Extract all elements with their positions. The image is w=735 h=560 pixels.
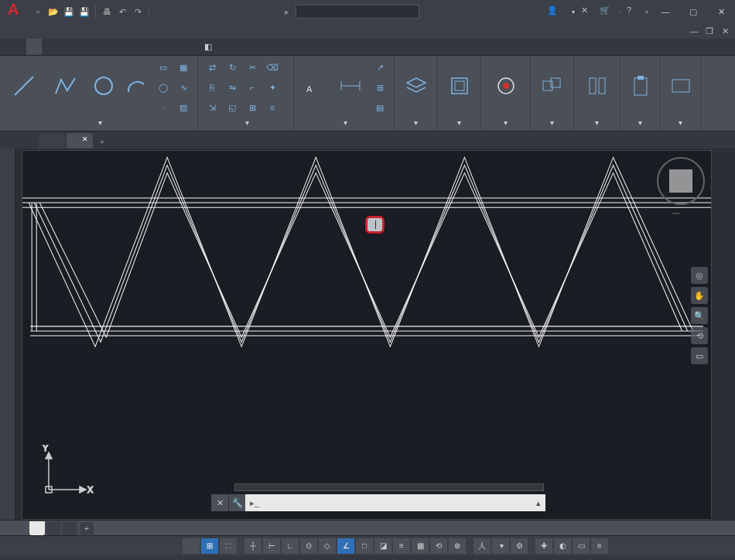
point-icon[interactable]: · (154, 98, 173, 117)
doc-minimize-icon[interactable]: — (687, 26, 701, 36)
search-input[interactable] (296, 5, 419, 19)
utilities-button[interactable] (579, 58, 615, 115)
tab-extra-icon[interactable] (181, 39, 197, 55)
plot-icon[interactable]: 🖶 (100, 5, 114, 19)
polar-icon[interactable]: ⊙ (300, 538, 317, 554)
menu-window[interactable] (166, 29, 176, 32)
polyline-button[interactable] (46, 58, 85, 115)
app-logo-icon[interactable] (5, 1, 26, 22)
scale-button[interactable]: ▾ (492, 538, 509, 554)
hatch-icon[interactable]: ▦ (174, 58, 193, 77)
dimension-button[interactable] (333, 58, 368, 115)
erase-icon[interactable]: ⌫ (263, 58, 282, 77)
mirror-icon[interactable]: ⇋ (223, 78, 241, 97)
wcs-badge[interactable] (672, 213, 680, 214)
steering-wheel-icon[interactable]: ◎ (691, 267, 708, 284)
panel-modify-title[interactable]: ▾ (203, 117, 289, 128)
tab-model[interactable] (29, 521, 45, 535)
block-button[interactable] (443, 58, 476, 115)
maximize-button[interactable]: ▢ (679, 0, 707, 23)
arc-button[interactable] (121, 58, 151, 115)
ws-switch-icon[interactable]: ⚙ (511, 538, 528, 554)
orbit-icon[interactable]: ⟲ (691, 327, 708, 344)
properties-button[interactable] (486, 58, 525, 115)
menu-draw[interactable] (110, 29, 121, 32)
viewcube[interactable] (657, 157, 705, 205)
tab-addins[interactable] (135, 39, 150, 55)
text-button[interactable]: A (299, 58, 330, 115)
explode-icon[interactable]: ✦ (263, 78, 282, 97)
status-model-button[interactable] (183, 538, 200, 554)
menu-view[interactable] (54, 29, 65, 32)
tab-close-icon[interactable]: ✕ (82, 135, 88, 143)
dyn-input-icon[interactable]: ⊢ (263, 538, 280, 554)
fillet-icon[interactable]: ⌐ (243, 78, 262, 97)
layout-add-button[interactable]: + (80, 522, 94, 534)
drawing-canvas[interactable]: ◎ ✋ 🔍 ⟲ ▭ YX ✕ 🔧 ▸_ ▴ (22, 150, 712, 520)
menu-insert[interactable] (68, 29, 79, 32)
tab-view[interactable] (88, 39, 104, 55)
mtext-icon[interactable]: ▤ (371, 98, 389, 117)
iso-icon[interactable]: ◇ (319, 538, 336, 554)
tab-annotate[interactable] (57, 39, 73, 55)
3dosnap-icon[interactable]: ◪ (374, 538, 391, 554)
tab-home[interactable] (26, 39, 42, 55)
otrack-icon[interactable]: □ (356, 538, 373, 554)
pan-icon[interactable]: ✋ (691, 287, 708, 304)
panel-draw-title[interactable]: ▾ (5, 117, 193, 128)
cmdline-config-icon[interactable]: 🔧 (228, 494, 245, 511)
ucs-icon[interactable]: YX (39, 445, 94, 499)
menu-edit[interactable] (40, 29, 51, 32)
tab-output[interactable] (119, 39, 135, 55)
menu-spds[interactable] (193, 29, 204, 32)
circle-button[interactable] (89, 58, 118, 115)
annomonitor-icon[interactable]: ⊕ (449, 538, 466, 554)
copy-icon[interactable]: ⎘ (203, 78, 221, 97)
doc-close-icon[interactable]: ✕ (718, 26, 732, 36)
layers-button[interactable] (399, 58, 432, 115)
rect-icon[interactable]: ▭ (154, 58, 173, 77)
dynamic-input-prompt[interactable] (365, 216, 385, 234)
ellipse-icon[interactable]: ◯ (154, 78, 173, 97)
tab-add-button[interactable]: + (94, 135, 110, 149)
offset-icon[interactable]: ≡ (263, 98, 282, 117)
save-icon[interactable]: 💾 (62, 5, 76, 19)
tab-param[interactable] (73, 39, 88, 55)
tab-pin-icon[interactable]: ◧ (197, 39, 220, 55)
menu-format[interactable] (82, 29, 93, 32)
grid-toggle-icon[interactable]: ⊞ (201, 538, 218, 554)
redo-icon[interactable]: ↷ (131, 5, 145, 19)
infer-icon[interactable]: ┼ (244, 538, 262, 554)
close-button[interactable]: ✕ (707, 0, 735, 23)
undo-icon[interactable]: ↶ (115, 5, 129, 19)
showmotion-icon[interactable]: ▭ (691, 347, 708, 364)
tab-drawing1[interactable]: ✕ (67, 133, 93, 149)
annotation-vis-icon[interactable]: ✚ (535, 538, 552, 554)
menu-dim[interactable] (124, 29, 135, 32)
groups-button[interactable] (535, 58, 569, 115)
open-icon[interactable]: 📂 (46, 5, 60, 19)
tab-layout2[interactable] (62, 521, 77, 535)
doc-restore-icon[interactable]: ❐ (703, 26, 716, 36)
menu-help[interactable] (179, 29, 190, 32)
menu-modify[interactable] (138, 29, 149, 32)
menu-param[interactable] (152, 29, 162, 32)
move-icon[interactable]: ⇄ (203, 58, 221, 77)
properties-palette[interactable] (0, 149, 15, 520)
cycling-icon[interactable]: ⟲ (430, 538, 447, 554)
help-icon[interactable]: ? (627, 5, 639, 18)
new-icon[interactable]: ▫ (31, 5, 45, 19)
leader-icon[interactable]: ↗ (371, 58, 389, 77)
signin-icon[interactable]: 👤 (547, 5, 559, 18)
region-icon[interactable]: ▨ (174, 98, 193, 117)
line-button[interactable] (5, 58, 43, 115)
command-line[interactable]: ✕ 🔧 ▸_ ▴ (211, 494, 545, 511)
panel-annot-title[interactable]: ▾ (299, 117, 389, 128)
tab-manage[interactable] (104, 39, 119, 55)
tab-insert[interactable] (42, 39, 57, 55)
exchange-icon[interactable]: ✕ (581, 5, 593, 18)
tab-collab[interactable] (150, 39, 166, 55)
array-icon[interactable]: ⊞ (243, 98, 262, 117)
ortho-icon[interactable]: ∟ (282, 538, 299, 554)
minimize-button[interactable]: — (651, 0, 679, 23)
